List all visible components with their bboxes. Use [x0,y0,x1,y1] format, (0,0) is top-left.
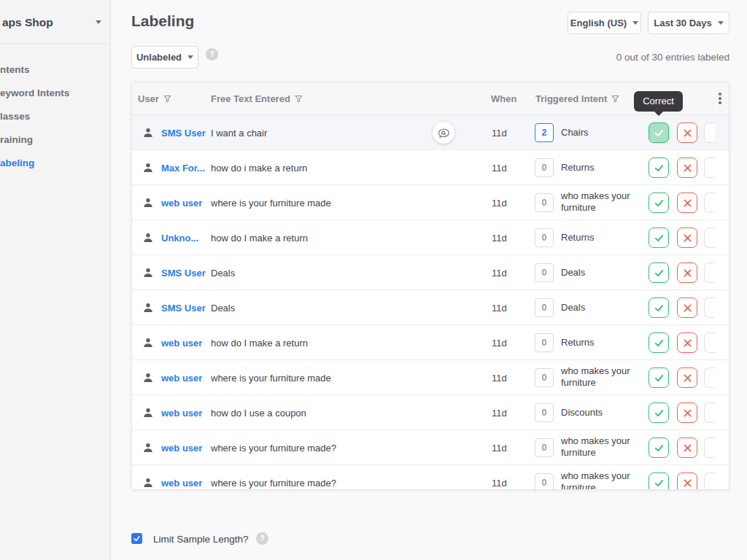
triggered-intent-value: Returns [561,161,647,174]
correct-button[interactable] [649,298,669,318]
more-action-button-partial[interactable] [704,332,715,353]
table-row[interactable]: web userhow do I make a return11d0Return… [132,325,729,360]
filter-icon[interactable] [611,83,619,116]
free-text-value: how do I use a coupon [211,408,306,419]
user-link[interactable]: SMS User [161,268,206,279]
page-title: Labeling [131,12,194,30]
filter-icon[interactable] [163,83,171,116]
correct-button[interactable] [649,438,669,458]
sidebar-item-training[interactable]: raining [0,128,110,152]
sidebar-item-labeling[interactable]: abeling [0,152,110,175]
x-icon [682,338,693,349]
table-row[interactable]: Max For...how do i make a return11d0Retu… [132,150,729,185]
sidebar-item-classes[interactable]: lasses [0,105,110,128]
user-link[interactable]: SMS User [161,128,206,139]
column-header-user[interactable]: User [138,82,171,115]
incorrect-button[interactable] [677,158,697,178]
table-row[interactable]: SMS UserDeals11d0Deals [132,255,729,290]
incorrect-button[interactable] [677,122,697,143]
intent-count-badge: 0 [535,228,554,247]
table-row[interactable]: web userwhere is your furniture made11d0… [132,185,729,220]
triggered-intent-value: Returns [561,336,647,349]
correct-button[interactable] [649,402,669,423]
sidebar: aps Shop ntents eyword Intents lasses ra… [0,0,111,560]
column-header-triggered-intent[interactable]: Triggered Intent [535,82,619,115]
help-icon[interactable]: ? [206,48,218,61]
free-text-value: I want a chair [211,128,267,139]
language-dropdown[interactable]: English (US) [568,12,641,34]
more-action-button-partial[interactable] [704,228,715,248]
view-conversation-button[interactable] [433,122,454,144]
sidebar-item-label: lasses [0,111,30,122]
correct-button[interactable] [649,332,669,353]
table-row[interactable]: web userhow do I use a coupon11d0Discoun… [132,395,729,430]
limit-sample-checkbox[interactable] [131,533,142,544]
correct-button[interactable] [649,368,669,388]
user-link[interactable]: SMS User [161,303,206,314]
table-row[interactable]: SMS UserI want a chair11d2Chairs [132,115,729,150]
correct-button[interactable] [649,262,669,283]
triggered-intent-value: Deals [561,301,647,314]
incorrect-button[interactable] [677,298,697,318]
incorrect-button[interactable] [677,368,697,388]
user-link[interactable]: web user [161,443,202,454]
more-action-button-partial[interactable] [704,192,715,213]
correct-button[interactable] [649,228,669,248]
when-value: 11d [492,338,507,349]
incorrect-button[interactable] [677,472,697,490]
more-action-button-partial[interactable] [704,262,715,283]
user-link[interactable]: web user [161,198,202,209]
table-rows: SMS UserI want a chair11d2ChairsMax For.… [132,115,729,490]
table-row[interactable]: web userwhere is your furniture made11d0… [132,360,729,395]
date-range-dropdown-value: Last 30 Days [654,18,712,28]
user-link[interactable]: web user [161,408,202,419]
table-row[interactable]: web userwhere is your furniture made?11d… [132,465,729,490]
intent-count-badge: 0 [535,403,554,422]
correct-button[interactable] [649,122,669,143]
user-link[interactable]: web user [161,338,202,349]
more-action-button-partial[interactable] [704,402,715,423]
when-value: 11d [492,478,507,489]
label-filter-dropdown[interactable]: Unlabeled [131,46,198,69]
correct-button[interactable] [649,192,669,213]
table-row[interactable]: SMS UserDeals11d0Deals [132,290,729,325]
free-text-value: where is your furniture made [211,373,331,384]
column-header-free-text[interactable]: Free Text Entered [211,82,303,115]
correct-button[interactable] [649,472,669,490]
triggered-intent-value: who makes your furniture [561,190,647,215]
incorrect-button[interactable] [677,228,697,248]
incorrect-button[interactable] [677,192,697,213]
date-range-dropdown[interactable]: Last 30 Days [648,12,729,34]
user-link[interactable]: Max For... [161,163,205,174]
user-link[interactable]: Unkno... [161,233,198,244]
user-link[interactable]: web user [161,373,202,384]
table-row[interactable]: Unkno...how do I make a return11d0Return… [132,220,729,255]
sidebar-item-keyword-intents[interactable]: eyword Intents [0,82,110,105]
column-header-when[interactable]: When [491,82,516,115]
incorrect-button[interactable] [677,438,697,458]
more-action-button-partial[interactable] [704,472,715,490]
incorrect-button[interactable] [677,332,697,353]
help-icon[interactable]: ? [256,532,268,545]
free-text-value: how do i make a return [211,163,307,174]
correct-button[interactable] [649,158,669,178]
more-action-button-partial[interactable] [704,298,715,318]
more-action-button-partial[interactable] [704,158,715,178]
when-value: 11d [492,373,507,384]
more-action-button-partial[interactable] [704,438,715,458]
x-icon [682,233,693,244]
sidebar-item-intents[interactable]: ntents [0,58,110,82]
incorrect-button[interactable] [677,402,697,423]
sidebar-item-label: eyword Intents [0,88,69,98]
filter-icon[interactable] [295,83,303,116]
table-menu-icon[interactable] [713,91,727,106]
workspace-switcher[interactable]: aps Shop [0,0,110,44]
sidebar-item-label: raining [0,134,33,145]
check-icon [654,198,665,209]
incorrect-button[interactable] [677,262,697,283]
table-row[interactable]: web userwhere is your furniture made?11d… [132,430,729,465]
more-action-button-partial[interactable] [704,368,715,388]
when-value: 11d [492,303,507,314]
user-link[interactable]: web user [161,478,202,489]
more-action-button-partial[interactable] [704,122,715,143]
